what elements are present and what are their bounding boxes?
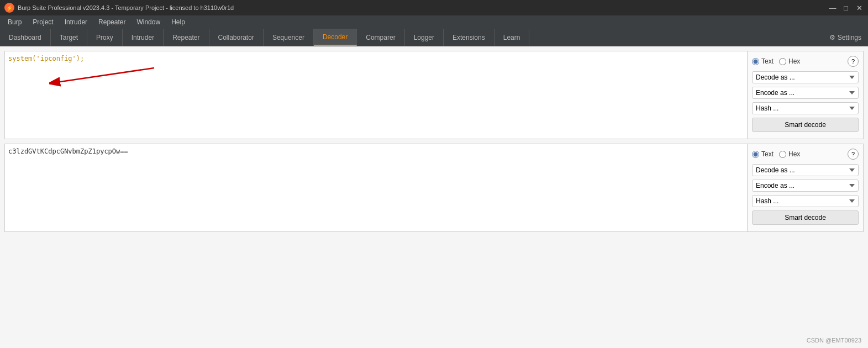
decode-as-select-1[interactable]: Decode as ... — [752, 71, 859, 83]
decoder-input-1[interactable] — [5, 51, 743, 139]
menu-project[interactable]: Project — [27, 17, 59, 27]
format-radio-group-2: Text Hex ? — [752, 149, 859, 160]
tab-collaborator[interactable]: Collaborator — [209, 29, 264, 46]
decode-as-select-2[interactable]: Decode as ... — [752, 164, 859, 176]
smart-decode-button-1[interactable]: Smart decode — [752, 118, 859, 132]
app-logo: ⚡ — [4, 3, 14, 13]
tab-dashboard[interactable]: Dashboard — [0, 29, 51, 46]
decoder-controls-2: Text Hex ? Decode as ... Encode as ... H… — [747, 144, 863, 231]
decoder-panel-1: Text Hex ? Decode as ... Encode as ... H… — [4, 51, 864, 139]
settings-tab[interactable]: ⚙ Settings — [823, 31, 868, 44]
watermark: CSDN @EMT00923 — [807, 337, 861, 344]
maximize-button[interactable]: □ — [841, 3, 850, 12]
settings-label: Settings — [838, 34, 861, 41]
radio-hex-1[interactable]: Hex — [779, 57, 800, 65]
menu-help[interactable]: Help — [166, 17, 191, 27]
menu-window[interactable]: Window — [131, 17, 166, 27]
decoder-input-2[interactable] — [5, 144, 743, 231]
help-button-2[interactable]: ? — [848, 149, 859, 160]
tab-repeater[interactable]: Repeater — [164, 29, 209, 46]
hash-select-1[interactable]: Hash ... — [752, 102, 859, 114]
smart-decode-button-2[interactable]: Smart decode — [752, 210, 859, 225]
nav-tabs: Dashboard Target Proxy Intruder Repeater… — [0, 29, 868, 46]
decoder-panel-2: Text Hex ? Decode as ... Encode as ... H… — [4, 144, 864, 232]
radio-hex-2[interactable]: Hex — [779, 150, 800, 158]
encode-as-select-2[interactable]: Encode as ... — [752, 180, 859, 192]
radio-text-1[interactable]: Text — [752, 57, 774, 65]
menu-repeater[interactable]: Repeater — [93, 17, 131, 27]
tab-logger[interactable]: Logger — [405, 29, 444, 46]
tab-proxy[interactable]: Proxy — [87, 29, 123, 46]
radio-text-input-2[interactable] — [752, 151, 759, 158]
tab-target[interactable]: Target — [51, 29, 87, 46]
menu-burp[interactable]: Burp — [2, 17, 27, 27]
radio-hex-input-1[interactable] — [779, 58, 786, 65]
gear-icon: ⚙ — [829, 34, 835, 41]
tab-extensions[interactable]: Extensions — [444, 29, 495, 46]
radio-hex-input-2[interactable] — [779, 151, 786, 158]
window-controls: — □ ✕ — [828, 3, 864, 12]
radio-text-2[interactable]: Text — [752, 150, 774, 158]
decoder-controls-1: Text Hex ? Decode as ... Encode as ... H… — [747, 51, 863, 139]
main-content: Text Hex ? Decode as ... Encode as ... H… — [0, 46, 868, 348]
window-title: Burp Suite Professional v2023.4.3 - Temp… — [18, 4, 234, 11]
hash-select-2[interactable]: Hash ... — [752, 195, 859, 207]
encode-as-select-1[interactable]: Encode as ... — [752, 87, 859, 99]
tab-comparer[interactable]: Comparer — [357, 29, 404, 46]
title-bar: ⚡ Burp Suite Professional v2023.4.3 - Te… — [0, 0, 868, 15]
menu-intruder[interactable]: Intruder — [59, 17, 93, 27]
close-button[interactable]: ✕ — [855, 3, 864, 12]
tab-learn[interactable]: Learn — [495, 29, 530, 46]
radio-text-input-1[interactable] — [752, 58, 759, 65]
tab-intruder[interactable]: Intruder — [123, 29, 164, 46]
minimize-button[interactable]: — — [828, 3, 837, 12]
tab-decoder[interactable]: Decoder — [314, 29, 357, 46]
help-button-1[interactable]: ? — [848, 56, 859, 67]
format-radio-group-1: Text Hex ? — [752, 56, 859, 67]
tab-sequencer[interactable]: Sequencer — [264, 29, 314, 46]
menu-bar: Burp Project Intruder Repeater Window He… — [0, 15, 868, 29]
